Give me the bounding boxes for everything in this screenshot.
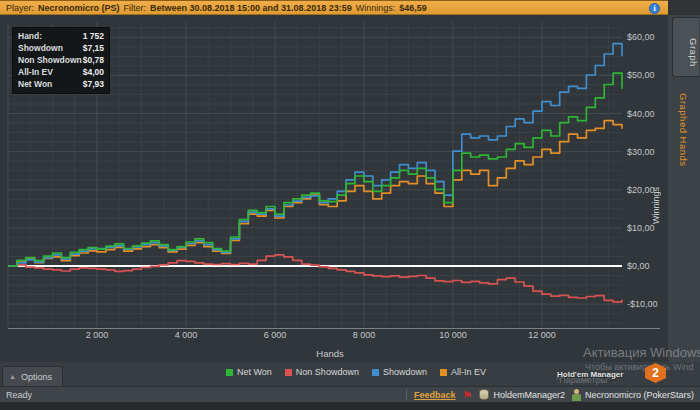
y-tick-label: $60,00 xyxy=(627,32,655,42)
tooltip-showdown-value: $7,15 xyxy=(83,42,104,54)
flag-icon[interactable]: ⚑ xyxy=(463,390,473,400)
legend-net-won-label: Net Won xyxy=(237,367,272,377)
tooltip-hand-label: Hand: xyxy=(18,30,42,42)
info-icon[interactable]: i xyxy=(649,3,660,14)
filter-value: Between 30.08.2018 15:00 and 31.08.2018 … xyxy=(150,3,352,13)
options-label: Options xyxy=(21,372,52,382)
all-in-ev-swatch-icon xyxy=(440,369,447,376)
tooltip-allinev-value: $4,00 xyxy=(83,66,104,78)
y-tick-label: $30,00 xyxy=(627,147,655,157)
database-status[interactable]: HoldemManager2 xyxy=(479,389,565,400)
filter-summary-bar: Player: Necronomicro (PS) Filter: Betwee… xyxy=(0,0,668,15)
x-tick-label: 2 000 xyxy=(77,330,117,340)
player-label: Player: xyxy=(6,3,34,13)
tooltip-nonshowdown-value: $0,78 xyxy=(83,54,104,66)
tooltip-networn-label: Net Won xyxy=(18,78,52,90)
winnings-label: Winnings: xyxy=(356,3,396,13)
status-bar: Ready Feedback ⚑ HoldemManager2 Necronom… xyxy=(0,386,700,402)
tab-graphed-hands[interactable]: Graphed Hands xyxy=(678,93,689,167)
legend-item-showdown[interactable]: Showdown xyxy=(372,367,427,377)
y-tick-label: $0,00 xyxy=(627,261,650,271)
x-tick-label: 12 000 xyxy=(522,330,562,340)
x-axis-title: Hands xyxy=(284,348,376,359)
player-value: Necronomicro (PS) xyxy=(38,3,120,13)
status-ready: Ready xyxy=(6,390,32,400)
tab-graph[interactable]: Graph xyxy=(672,17,699,77)
x-tick-label: 10 000 xyxy=(433,330,473,340)
filter-label: Filter: xyxy=(124,3,147,13)
separator xyxy=(406,389,407,400)
right-sidebar: Graph Graphed Hands xyxy=(668,0,700,386)
database-name: HoldemManager2 xyxy=(493,390,565,400)
y-tick-label: $50,00 xyxy=(627,70,655,80)
y-tick-label: $40,00 xyxy=(627,109,655,119)
tooltip-nonshowdown-label: Non Showdown xyxy=(18,54,82,66)
hand-tooltip: Hand:1 752 Showdown$7,15 Non Showdown$0,… xyxy=(12,27,110,94)
options-button[interactable]: ▲ Options xyxy=(2,366,63,386)
legend-item-net-won[interactable]: Net Won xyxy=(226,367,272,377)
non-showdown-swatch-icon xyxy=(285,369,292,376)
legend-all-in-ev-label: All-In EV xyxy=(451,367,486,377)
holdem-manager-graph-window: Player: Necronomicro (PS) Filter: Betwee… xyxy=(0,0,700,410)
winnings-value: $46,59 xyxy=(399,3,427,13)
chevron-up-icon: ▲ xyxy=(9,373,16,380)
net-won-swatch-icon xyxy=(226,369,233,376)
account-status[interactable]: Necronomicro (PokerStars) xyxy=(572,389,694,401)
legend-showdown-label: Showdown xyxy=(383,367,427,377)
tooltip-allinev-label: All-In EV xyxy=(18,66,53,78)
legend-non-showdown-label: Non Showdown xyxy=(296,367,359,377)
x-tick-label: 8 000 xyxy=(344,330,384,340)
y-tick-label: $20,00 xyxy=(627,185,655,195)
chart-legend: Net Won Non Showdown Showdown All-In EV xyxy=(226,367,486,377)
tooltip-hand-value: 1 752 xyxy=(83,30,104,42)
x-tick-label: 6 000 xyxy=(255,330,295,340)
y-tick-label: -$10,00 xyxy=(627,299,658,309)
tooltip-showdown-label: Showdown xyxy=(18,42,63,54)
legend-item-non-showdown[interactable]: Non Showdown xyxy=(285,367,359,377)
database-icon xyxy=(479,389,489,400)
feedback-link[interactable]: Feedback xyxy=(414,390,456,400)
player-icon xyxy=(572,389,581,401)
sidebar-corner xyxy=(668,0,700,15)
legend-item-all-in-ev[interactable]: All-In EV xyxy=(440,367,486,377)
x-tick-label: 4 000 xyxy=(166,330,206,340)
showdown-swatch-icon xyxy=(372,369,379,376)
chart-footer-band: ▲ Options Net Won Non Showdown Showdown … xyxy=(0,362,700,386)
window-bottom-strip xyxy=(0,402,700,410)
account-name: Necronomicro (PokerStars) xyxy=(585,390,694,400)
y-tick-label: $10,00 xyxy=(627,223,655,233)
graph-panel: Hand:1 752 Showdown$7,15 Non Showdown$0,… xyxy=(0,15,668,362)
tooltip-netwon-value: $7,93 xyxy=(83,78,104,90)
